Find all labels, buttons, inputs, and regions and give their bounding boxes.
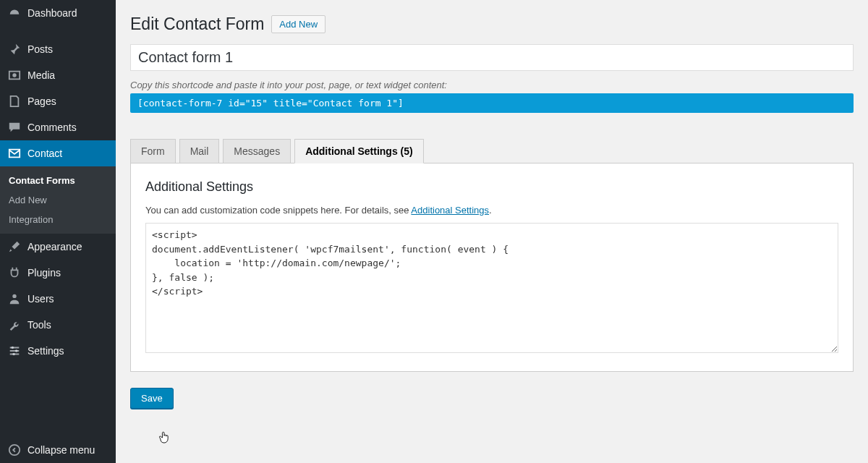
sidebar-item-label: Appearance	[27, 241, 82, 252]
page-title: Edit Contact Form	[130, 14, 264, 34]
sidebar-item-label: Media	[27, 69, 55, 81]
sidebar-submenu: Contact Forms Add New Integration	[0, 166, 116, 234]
sidebar-item-settings[interactable]: Settings	[0, 338, 116, 364]
additional-settings-link[interactable]: Additional Settings	[411, 205, 489, 216]
sidebar-item-label: Dashboard	[27, 7, 77, 19]
brush-icon	[7, 239, 22, 254]
sidebar-item-dashboard[interactable]: Dashboard	[0, 0, 116, 26]
svg-point-5	[9, 445, 20, 455]
svg-point-3	[15, 349, 18, 352]
tab-bar: Form Mail Messages Additional Settings (…	[130, 139, 854, 163]
svg-point-2	[12, 347, 14, 349]
sliders-icon	[7, 344, 22, 358]
sidebar-item-label: Settings	[27, 345, 64, 357]
shortcode-hint: Copy this shortcode and paste it into yo…	[130, 80, 854, 90]
sidebar-item-plugins[interactable]: Plugins	[0, 260, 116, 286]
dashboard-icon	[7, 6, 22, 20]
submenu-item-add-new[interactable]: Add New	[0, 190, 116, 210]
sidebar-item-label: Users	[27, 293, 54, 305]
tab-form[interactable]: Form	[130, 139, 176, 163]
media-icon	[7, 68, 22, 82]
user-icon	[7, 292, 22, 306]
save-button[interactable]: Save	[130, 388, 174, 409]
sidebar-item-label: Contact	[27, 148, 62, 159]
wrench-icon	[7, 318, 22, 332]
sidebar-item-appearance[interactable]: Appearance	[0, 234, 116, 260]
tab-mail[interactable]: Mail	[179, 139, 220, 163]
tab-additional-settings[interactable]: Additional Settings (5)	[294, 139, 424, 163]
collapse-label: Collapse menu	[27, 444, 95, 456]
submenu-item-contact-forms[interactable]: Contact Forms	[0, 171, 116, 190]
sidebar-item-label: Pages	[27, 95, 56, 107]
mail-icon	[7, 146, 22, 161]
submenu-item-integration[interactable]: Integration	[0, 210, 116, 229]
sidebar-item-users[interactable]: Users	[0, 286, 116, 312]
form-title-input[interactable]	[130, 44, 854, 71]
page-icon	[7, 94, 22, 109]
collapse-icon	[7, 443, 22, 457]
sidebar-item-comments[interactable]: Comments	[0, 114, 116, 140]
sidebar-item-posts[interactable]: Posts	[0, 36, 116, 62]
svg-point-1	[12, 294, 16, 298]
sidebar-item-contact[interactable]: Contact	[0, 140, 116, 166]
sidebar-item-label: Plugins	[27, 267, 61, 279]
sidebar-item-label: Comments	[27, 122, 77, 133]
pin-icon	[7, 42, 22, 56]
additional-settings-textarea[interactable]	[145, 223, 838, 353]
svg-point-4	[12, 353, 15, 356]
add-new-button[interactable]: Add New	[271, 15, 326, 33]
sidebar-item-label: Posts	[27, 43, 53, 55]
sidebar-item-tools[interactable]: Tools	[0, 312, 116, 338]
main-content: Edit Contact Form Add New Copy this shor…	[116, 0, 868, 463]
comment-icon	[7, 120, 22, 135]
admin-sidebar: Dashboard Posts Media Pages Comments Con…	[0, 0, 116, 463]
svg-point-0	[12, 73, 16, 77]
sidebar-item-pages[interactable]: Pages	[0, 88, 116, 114]
sidebar-item-media[interactable]: Media	[0, 62, 116, 88]
sidebar-item-label: Tools	[27, 319, 51, 331]
settings-panel: Additional Settings You can add customiz…	[130, 163, 854, 372]
tab-messages[interactable]: Messages	[223, 139, 291, 163]
panel-heading: Additional Settings	[145, 179, 838, 195]
plug-icon	[7, 266, 22, 280]
collapse-menu[interactable]: Collapse menu	[0, 437, 116, 463]
panel-intro: You can add customization code snippets …	[145, 205, 838, 216]
shortcode-box[interactable]: [contact-form-7 id="15" title="Contact f…	[130, 93, 854, 113]
